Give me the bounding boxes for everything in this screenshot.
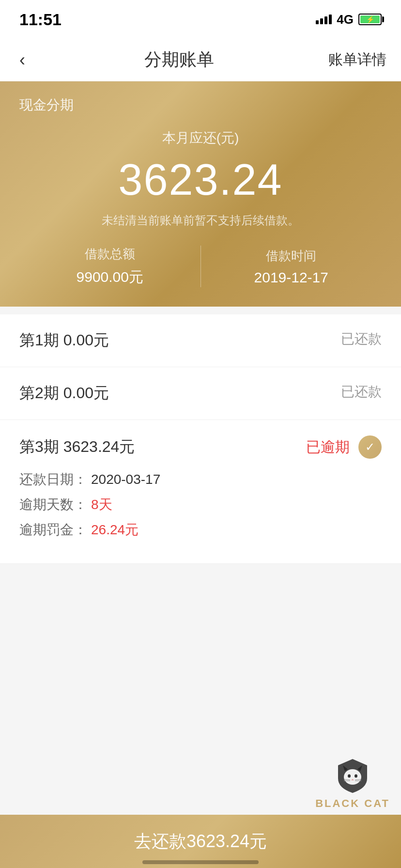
- overdue-days-label: 逾期天数：: [19, 496, 87, 514]
- detail-button[interactable]: 账单详情: [328, 50, 386, 70]
- repay-date-value: 2020-03-17: [91, 472, 160, 487]
- status-time: 11:51: [19, 10, 62, 29]
- loan-date-section: 借款时间 2019-12-17: [201, 248, 382, 286]
- check-icon: ✓: [358, 435, 382, 459]
- overdue-fine-label: 逾期罚金：: [19, 521, 87, 539]
- svg-point-0: [344, 769, 361, 785]
- installment-list: 第1期 0.00元 已还款 第2期 0.00元 已还款 第3期 3623.24元…: [0, 314, 401, 564]
- table-row[interactable]: 第3期 3623.24元 已逾期 ✓ 还款日期： 2020-03-17 逾期天数…: [0, 420, 401, 564]
- overdue-days-value: 8天: [91, 496, 112, 514]
- loan-info-row: 借款总额 9900.00元 借款时间 2019-12-17: [19, 246, 382, 287]
- network-type: 4G: [337, 12, 354, 27]
- period-row-top: 第3期 3623.24元 已逾期 ✓: [19, 435, 382, 459]
- loan-date-value: 2019-12-17: [201, 269, 382, 286]
- black-cat-text: BLACK CAT: [315, 797, 390, 810]
- section-label: 现金分期: [19, 96, 382, 114]
- content-spacer: [0, 564, 401, 709]
- period-label: 第1期 0.00元: [19, 330, 109, 351]
- repay-date-row: 还款日期： 2020-03-17: [19, 470, 382, 489]
- table-row[interactable]: 第2期 0.00元 已还款: [0, 367, 401, 420]
- status-icons: 4G ⚡: [316, 12, 382, 27]
- svg-point-4: [355, 775, 357, 778]
- overdue-fine-row: 逾期罚金： 26.24元: [19, 521, 382, 539]
- overdue-fine-value: 26.24元: [91, 521, 139, 539]
- pay-amount: 3623.24元: [186, 830, 267, 853]
- period-label: 第3期 3623.24元: [19, 436, 135, 458]
- overdue-days-row: 逾期天数： 8天: [19, 496, 382, 514]
- black-cat-logo-icon: [333, 757, 372, 795]
- home-indicator: [142, 860, 259, 864]
- loan-amount-value: 9900.00元: [19, 267, 200, 287]
- pay-label: 去还款: [134, 830, 186, 853]
- notice-text: 未结清当前账单前暂不支持后续借款。: [19, 213, 382, 228]
- status-badge: 已还款: [341, 330, 382, 348]
- back-button[interactable]: ‹: [15, 45, 30, 75]
- nav-title: 分期账单: [144, 48, 214, 72]
- period-label: 第2期 0.00元: [19, 383, 109, 404]
- installment-detail: 还款日期： 2020-03-17 逾期天数： 8天 逾期罚金： 26.24元: [19, 470, 382, 546]
- repay-date-label: 还款日期：: [19, 470, 87, 489]
- overdue-status: 已逾期: [306, 437, 350, 457]
- status-bar: 11:51 4G ⚡: [0, 0, 401, 39]
- gold-header: 现金分期 本月应还(元) 3623.24 未结清当前账单前暂不支持后续借款。 借…: [0, 81, 401, 307]
- month-label: 本月应还(元): [19, 129, 382, 147]
- black-cat-watermark: BLACK CAT: [304, 752, 401, 815]
- battery-icon: ⚡: [358, 14, 382, 25]
- nav-bar: ‹ 分期账单 账单详情: [0, 39, 401, 81]
- loan-amount-label: 借款总额: [19, 246, 200, 263]
- loan-date-label: 借款时间: [201, 248, 382, 264]
- status-badge: 已还款: [341, 383, 382, 401]
- monthly-amount: 3623.24: [19, 155, 382, 205]
- loan-amount-section: 借款总额 9900.00元: [19, 246, 201, 287]
- table-row[interactable]: 第1期 0.00元 已还款: [0, 314, 401, 367]
- signal-icon: [316, 15, 332, 24]
- svg-point-3: [348, 775, 351, 778]
